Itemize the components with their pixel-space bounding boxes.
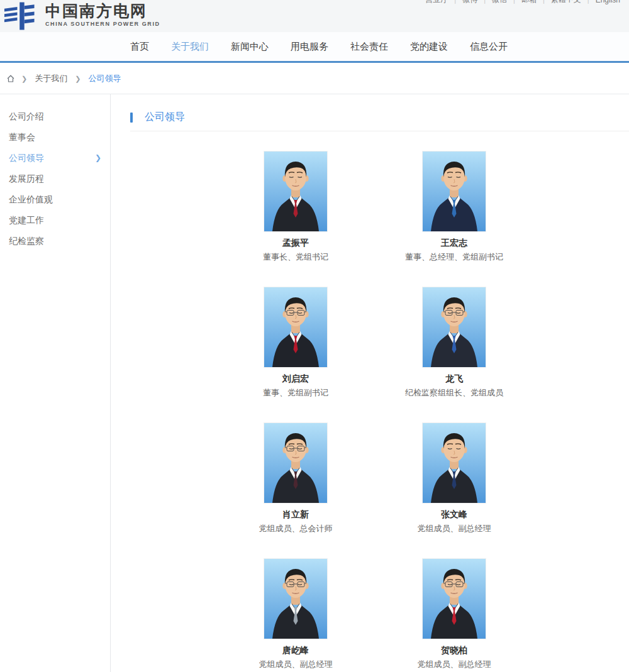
leader-photo [423, 151, 486, 231]
leader-card: 唐屹峰党组成员、副总经理 [216, 559, 375, 669]
leader-title: 董事、总经理、党组副书记 [405, 251, 503, 262]
nav-item-3[interactable]: 用电服务 [291, 32, 328, 61]
top-link-separator: | [587, 0, 589, 4]
brand-name-en: CHINA SOUTHERN POWER GRID [45, 21, 160, 27]
leader-card: 龙飞纪检监察组组长、党组成员 [375, 287, 533, 398]
sidebar-item-label: 公司介绍 [9, 106, 44, 127]
sidebar-item-6[interactable]: 纪检监察❯ [0, 231, 110, 251]
section-accent-bar [130, 113, 133, 123]
section-header: 公司领导 [130, 111, 629, 131]
top-link-separator: | [543, 0, 545, 4]
leader-card: 张文峰党组成员、副总经理 [375, 423, 533, 534]
top-link-separator: | [454, 0, 456, 4]
leader-card: 贺晓柏党组成员、副总经理 [375, 559, 533, 669]
leader-title: 纪检监察组组长、党组成员 [405, 387, 503, 398]
sidebar-item-label: 董事会 [9, 127, 35, 148]
leader-title: 党组成员、副总经理 [259, 659, 333, 669]
leader-photo [423, 559, 486, 639]
leader-photo [423, 423, 486, 503]
nav-item-6[interactable]: 信息公开 [470, 32, 508, 61]
leader-photo [264, 559, 327, 639]
sidebar-item-label: 党建工作 [9, 210, 44, 231]
top-link-5[interactable]: English [596, 0, 620, 4]
page-title: 公司领导 [145, 111, 185, 124]
brand-logo[interactable]: 中国南方电网 CHINA SOUTHERN POWER GRID [4, 1, 160, 31]
leader-card: 孟振平董事长、党组书记 [216, 151, 375, 262]
breadcrumb-trail: ❯关于我们❯公司领导 [18, 73, 125, 84]
top-link-separator: | [513, 0, 515, 4]
sidebar-item-1[interactable]: 董事会❯ [0, 127, 110, 148]
leader-name: 肖立新 [282, 509, 309, 520]
leaders-grid: 孟振平董事长、党组书记 王宏志董事、总经理、党组副书记 [216, 151, 629, 672]
leader-name: 唐屹峰 [282, 645, 309, 656]
sidebar-item-3[interactable]: 发展历程❯ [0, 168, 110, 189]
top-link-0[interactable]: 营业厅 [425, 0, 448, 5]
sidebar-item-0[interactable]: 公司介绍❯ [0, 106, 110, 127]
breadcrumb-item-1[interactable]: 公司领导 [88, 74, 121, 83]
nav-item-4[interactable]: 社会责任 [350, 32, 388, 61]
breadcrumb: ❯关于我们❯公司领导 [0, 63, 629, 94]
leader-card: 肖立新党组成员、总会计师 [216, 423, 375, 534]
sidebar-item-label: 发展历程 [9, 168, 44, 189]
leader-photo [264, 423, 327, 503]
leader-name: 张文峰 [441, 509, 467, 520]
nav-item-2[interactable]: 新闻中心 [231, 32, 269, 61]
sidebar-item-2[interactable]: 公司领导❯ [0, 148, 110, 168]
leader-name: 贺晓柏 [441, 645, 467, 656]
main-area: 公司介绍❯董事会❯公司领导❯发展历程❯企业价值观❯党建工作❯纪检监察❯ 公司领导… [0, 94, 629, 672]
leader-title: 党组成员、副总经理 [418, 659, 491, 669]
leader-photo [264, 151, 327, 231]
brand-text: 中国南方电网 CHINA SOUTHERN POWER GRID [45, 1, 160, 27]
leader-card: 刘启宏董事、党组副书记 [216, 287, 375, 398]
top-link-1[interactable]: 微博 [462, 0, 477, 5]
breadcrumb-item-0[interactable]: 关于我们 [35, 74, 67, 83]
top-link-3[interactable]: 邮箱 [521, 0, 537, 5]
home-icon[interactable] [6, 74, 15, 83]
brand-name-cn: 中国南方电网 [45, 1, 160, 20]
page: 营业厅|微博|微信|邮箱|繁體中文|English 中国南方电网 CHINA S… [0, 0, 629, 672]
sidebar-item-4[interactable]: 企业价值观❯ [0, 189, 110, 210]
leader-photo [423, 287, 486, 367]
top-link-separator: | [484, 0, 486, 4]
breadcrumb-arrow-icon: ❯ [75, 75, 81, 82]
sidebar-item-label: 企业价值观 [9, 189, 53, 210]
leader-card: 王宏志董事、总经理、党组副书记 [375, 151, 533, 262]
nav-item-1[interactable]: 关于我们 [171, 32, 209, 61]
leader-name: 刘启宏 [282, 373, 309, 384]
breadcrumb-arrow-icon: ❯ [21, 75, 27, 82]
leader-name: 龙飞 [445, 373, 463, 384]
csg-logo-icon [4, 1, 39, 31]
nav-item-0[interactable]: 首页 [130, 32, 149, 61]
leader-title: 党组成员、总会计师 [259, 523, 333, 534]
top-link-4[interactable]: 繁體中文 [551, 0, 581, 5]
sidebar-item-label: 公司领导 [9, 148, 44, 168]
content-area: 公司领导 孟振平董事长、党组书记 [111, 94, 629, 672]
sidebar-item-5[interactable]: 党建工作❯ [0, 210, 110, 231]
leader-title: 董事、党组副书记 [263, 387, 328, 398]
leader-name: 孟振平 [282, 238, 309, 248]
leader-name: 王宏志 [441, 238, 467, 248]
top-utility-links: 营业厅|微博|微信|邮箱|繁體中文|English [425, 0, 620, 5]
site-header: 营业厅|微博|微信|邮箱|繁體中文|English 中国南方电网 CHINA S… [0, 0, 629, 63]
leader-title: 党组成员、副总经理 [418, 523, 491, 534]
top-link-2[interactable]: 微信 [492, 0, 507, 5]
nav-item-5[interactable]: 党的建设 [410, 32, 448, 61]
main-nav: 首页关于我们新闻中心用电服务社会责任党的建设信息公开 [130, 32, 508, 61]
leader-title: 董事长、党组书记 [263, 251, 328, 262]
sidebar-menu: 公司介绍❯董事会❯公司领导❯发展历程❯企业价值观❯党建工作❯纪检监察❯ [0, 94, 111, 672]
leader-photo [264, 287, 327, 367]
chevron-right-icon: ❯ [95, 148, 101, 168]
sidebar-item-label: 纪检监察 [9, 231, 44, 251]
